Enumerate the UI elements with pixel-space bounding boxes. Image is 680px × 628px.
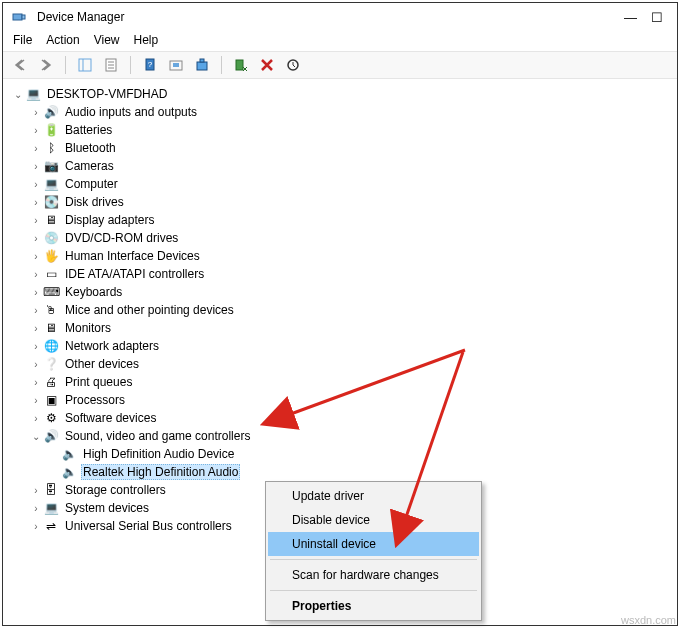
tree-category[interactable]: ›🖥Monitors — [7, 319, 677, 337]
window-title: Device Manager — [37, 10, 124, 24]
expand-arrow[interactable]: › — [29, 393, 43, 407]
expand-arrow[interactable]: › — [29, 105, 43, 119]
maximize-button[interactable]: ☐ — [651, 10, 663, 25]
svg-rect-11 — [173, 63, 179, 67]
tree-item-label: IDE ATA/ATAPI controllers — [63, 266, 206, 282]
tree-device[interactable]: 🔈High Definition Audio Device — [7, 445, 677, 463]
toolbar: ? — [3, 51, 677, 79]
tree-category[interactable]: ›⌨Keyboards — [7, 283, 677, 301]
expand-arrow[interactable] — [47, 465, 61, 479]
expand-arrow[interactable] — [47, 447, 61, 461]
tree-item-label: Other devices — [63, 356, 141, 372]
scan-hardware-button[interactable] — [191, 55, 213, 75]
expand-arrow[interactable]: › — [29, 249, 43, 263]
tree-item-label: Batteries — [63, 122, 114, 138]
update-driver-button[interactable] — [282, 55, 304, 75]
forward-button[interactable] — [35, 55, 57, 75]
toolbar-separator — [221, 56, 222, 74]
tree-category[interactable]: ›⚙Software devices — [7, 409, 677, 427]
expand-arrow[interactable]: › — [29, 141, 43, 155]
expand-arrow[interactable]: › — [29, 519, 43, 533]
tree-category[interactable]: ›▭IDE ATA/ATAPI controllers — [7, 265, 677, 283]
tree-category[interactable]: ›▣Processors — [7, 391, 677, 409]
svg-rect-1 — [22, 15, 25, 19]
toolbar-separator — [130, 56, 131, 74]
tree-item-label: Computer — [63, 176, 120, 192]
ide-icon: ▭ — [43, 266, 59, 282]
tree-category[interactable]: ›🖐Human Interface Devices — [7, 247, 677, 265]
context-menu-separator — [270, 590, 477, 591]
expand-arrow[interactable]: › — [29, 357, 43, 371]
cpu-icon: ▣ — [43, 392, 59, 408]
expand-arrow[interactable]: › — [29, 411, 43, 425]
context-menu-item[interactable]: Scan for hardware changes — [268, 563, 479, 587]
back-button[interactable] — [9, 55, 31, 75]
expand-arrow[interactable]: › — [29, 231, 43, 245]
minimize-button[interactable]: — — [624, 10, 637, 25]
tree-category[interactable]: ›🖥Display adapters — [7, 211, 677, 229]
tree-item-label: Universal Serial Bus controllers — [63, 518, 234, 534]
expand-arrow[interactable]: › — [29, 195, 43, 209]
expand-arrow[interactable]: › — [29, 267, 43, 281]
tree-category[interactable]: ›📷Cameras — [7, 157, 677, 175]
tree-category[interactable]: ⌄🔊Sound, video and game controllers — [7, 427, 677, 445]
tree-category[interactable]: ›💻Computer — [7, 175, 677, 193]
context-menu-item[interactable]: Uninstall device — [268, 532, 479, 556]
menu-action[interactable]: Action — [46, 33, 79, 47]
tree-device[interactable]: 🔈Realtek High Definition Audio — [7, 463, 677, 481]
tree-category[interactable]: ›🌐Network adapters — [7, 337, 677, 355]
menu-help[interactable]: Help — [134, 33, 159, 47]
expand-arrow[interactable]: › — [29, 177, 43, 191]
tree-item-label: Keyboards — [63, 284, 124, 300]
camera-icon: 📷 — [43, 158, 59, 174]
tree-item-label: Display adapters — [63, 212, 156, 228]
keyboard-icon: ⌨ — [43, 284, 59, 300]
expand-arrow[interactable]: › — [29, 285, 43, 299]
context-menu-separator — [270, 559, 477, 560]
menu-file[interactable]: File — [13, 33, 32, 47]
add-legacy-button[interactable] — [230, 55, 252, 75]
tree-category[interactable]: ›🖨Print queues — [7, 373, 677, 391]
root-icon: 💻 — [25, 86, 41, 102]
show-hide-tree-button[interactable] — [74, 55, 96, 75]
context-menu-item[interactable]: Disable device — [268, 508, 479, 532]
tree-category[interactable]: ›❔Other devices — [7, 355, 677, 373]
printer-icon: 🖨 — [43, 374, 59, 390]
tree-category[interactable]: ›💿DVD/CD-ROM drives — [7, 229, 677, 247]
menu-view[interactable]: View — [94, 33, 120, 47]
properties-button[interactable] — [100, 55, 122, 75]
tree-category[interactable]: ›ᛒBluetooth — [7, 139, 677, 157]
expand-arrow[interactable]: ⌄ — [29, 429, 43, 443]
tree-category[interactable]: ›💽Disk drives — [7, 193, 677, 211]
expand-arrow[interactable]: › — [29, 159, 43, 173]
svg-rect-0 — [13, 14, 22, 20]
mouse-icon: 🖱 — [43, 302, 59, 318]
tree-item-label: Bluetooth — [63, 140, 118, 156]
expand-arrow[interactable]: › — [29, 339, 43, 353]
expand-arrow[interactable]: › — [29, 321, 43, 335]
tree-item-label: High Definition Audio Device — [81, 446, 236, 462]
expand-arrow[interactable]: › — [29, 123, 43, 137]
tree-root[interactable]: ⌄💻DESKTOP-VMFDHAD — [7, 85, 677, 103]
tree-category[interactable]: ›🔋Batteries — [7, 121, 677, 139]
context-menu-item[interactable]: Update driver — [268, 484, 479, 508]
storage-icon: 🗄 — [43, 482, 59, 498]
expand-arrow[interactable]: › — [29, 375, 43, 389]
toolbar-separator — [65, 56, 66, 74]
expand-arrow[interactable]: › — [29, 213, 43, 227]
tree-category[interactable]: ›🖱Mice and other pointing devices — [7, 301, 677, 319]
expand-arrow[interactable]: › — [29, 483, 43, 497]
help-button[interactable]: ? — [139, 55, 161, 75]
context-menu-item[interactable]: Properties — [268, 594, 479, 618]
action-button[interactable] — [165, 55, 187, 75]
expand-arrow[interactable]: › — [29, 501, 43, 515]
tree-item-label: Realtek High Definition Audio — [81, 464, 240, 480]
other-icon: ❔ — [43, 356, 59, 372]
tree-item-label: Processors — [63, 392, 127, 408]
tree-item-label: Human Interface Devices — [63, 248, 202, 264]
tree-category[interactable]: ›🔊Audio inputs and outputs — [7, 103, 677, 121]
expand-arrow[interactable]: ⌄ — [11, 87, 25, 101]
uninstall-button[interactable] — [256, 55, 278, 75]
tree-item-label: DESKTOP-VMFDHAD — [45, 86, 169, 102]
expand-arrow[interactable]: › — [29, 303, 43, 317]
